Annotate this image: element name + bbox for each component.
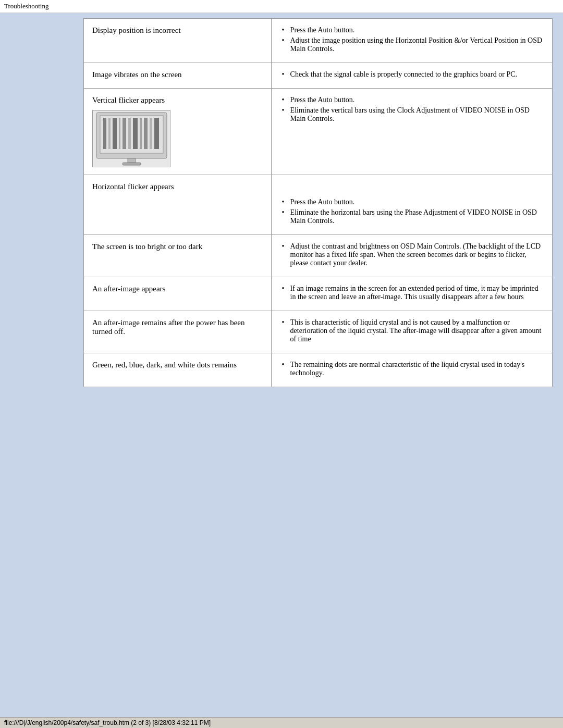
table-row: Vertical flicker appears bbox=[84, 89, 553, 175]
list-item: Adjust the contrast and brightness on OS… bbox=[280, 242, 544, 267]
solution-list: Press the Auto button. Eliminate the hor… bbox=[280, 198, 544, 225]
table-row: An after-image remains after the power h… bbox=[84, 311, 553, 353]
svg-rect-6 bbox=[123, 118, 126, 149]
problem-cell: Display position is incorrect bbox=[84, 19, 272, 63]
solution-list: Adjust the contrast and brightness on OS… bbox=[280, 242, 544, 267]
list-item: Press the Auto button. bbox=[280, 96, 544, 104]
solution-cell: Press the Auto button. Adjust the image … bbox=[271, 19, 552, 63]
solution-cell: The remaining dots are normal characteri… bbox=[271, 353, 552, 387]
solution-list: Press the Auto button. Eliminate the ver… bbox=[280, 96, 544, 123]
page-title: Troubleshooting bbox=[0, 0, 563, 13]
solution-cell: If an image remains in the screen for an… bbox=[271, 277, 552, 311]
svg-rect-5 bbox=[119, 118, 120, 149]
monitor-svg bbox=[94, 112, 169, 166]
solution-list: The remaining dots are normal characteri… bbox=[280, 361, 544, 377]
problem-text: Vertical flicker appears bbox=[92, 96, 165, 104]
list-item: Adjust the image position using the Hori… bbox=[280, 36, 544, 53]
solution-list: This is characteristic of liquid crystal… bbox=[280, 318, 544, 343]
problem-text: An after-image remains after the power h… bbox=[92, 318, 244, 336]
solution-list: If an image remains in the screen for an… bbox=[280, 285, 544, 301]
list-item: Press the Auto button. bbox=[280, 26, 544, 34]
table-row: Horizontal flicker appears Press the Aut… bbox=[84, 175, 553, 235]
solution-cell: Check that the signal cable is properly … bbox=[271, 63, 552, 89]
problem-text: Display position is incorrect bbox=[92, 26, 181, 34]
status-bar: file:///D|/J/english/200p4/safety/saf_tr… bbox=[0, 717, 563, 728]
list-item: Eliminate the horizontal bars using the … bbox=[280, 208, 544, 225]
svg-rect-9 bbox=[140, 118, 142, 149]
list-item: Press the Auto button. bbox=[280, 198, 544, 206]
problem-text: Horizontal flicker appears bbox=[92, 182, 174, 191]
table-row: An after-image appears If an image remai… bbox=[84, 277, 553, 311]
table-row: Display position is incorrect Press the … bbox=[84, 19, 553, 63]
problem-cell: An after-image appears bbox=[84, 277, 272, 311]
solution-cell: Adjust the contrast and brightness on OS… bbox=[271, 235, 552, 277]
problem-cell: Image vibrates on the screen bbox=[84, 63, 272, 89]
monitor-image bbox=[92, 110, 170, 167]
solution-cell: Press the Auto button. Eliminate the hor… bbox=[271, 175, 552, 235]
solution-list: Press the Auto button. Adjust the image … bbox=[280, 26, 544, 53]
svg-rect-3 bbox=[108, 118, 111, 149]
content-area: Display position is incorrect Press the … bbox=[0, 13, 563, 408]
problem-text: An after-image appears bbox=[92, 285, 165, 293]
solution-list: Check that the signal cable is properly … bbox=[280, 70, 544, 79]
svg-rect-10 bbox=[144, 118, 148, 149]
problem-cell: The screen is too bright or too dark bbox=[84, 235, 272, 277]
list-item: The remaining dots are normal characteri… bbox=[280, 361, 544, 377]
table-row: Green, red, blue, dark, and white dots r… bbox=[84, 353, 553, 387]
svg-rect-13 bbox=[128, 158, 136, 163]
problem-text: The screen is too bright or too dark bbox=[92, 242, 202, 251]
problem-cell: An after-image remains after the power h… bbox=[84, 311, 272, 353]
list-item: This is characteristic of liquid crystal… bbox=[280, 318, 544, 343]
table-row: The screen is too bright or too dark Adj… bbox=[84, 235, 553, 277]
solution-cell: This is characteristic of liquid crystal… bbox=[271, 311, 552, 353]
problem-cell: Horizontal flicker appears bbox=[84, 175, 272, 235]
problem-text: Image vibrates on the screen bbox=[92, 70, 182, 79]
problem-cell: Green, red, blue, dark, and white dots r… bbox=[84, 353, 272, 387]
svg-rect-4 bbox=[113, 118, 117, 149]
problem-text: Green, red, blue, dark, and white dots r… bbox=[92, 361, 237, 369]
svg-rect-11 bbox=[150, 118, 152, 149]
svg-rect-8 bbox=[133, 118, 138, 149]
svg-rect-7 bbox=[128, 118, 131, 149]
svg-rect-12 bbox=[154, 118, 159, 149]
troubleshooting-table: Display position is incorrect Press the … bbox=[83, 18, 553, 387]
problem-cell: Vertical flicker appears bbox=[84, 89, 272, 175]
list-item: Eliminate the vertical bars using the Cl… bbox=[280, 106, 544, 123]
solution-cell: Press the Auto button. Eliminate the ver… bbox=[271, 89, 552, 175]
table-row: Image vibrates on the screen Check that … bbox=[84, 63, 553, 89]
svg-rect-14 bbox=[123, 163, 141, 165]
list-item: Check that the signal cable is properly … bbox=[280, 70, 544, 79]
svg-rect-2 bbox=[103, 118, 106, 149]
list-item: If an image remains in the screen for an… bbox=[280, 285, 544, 301]
